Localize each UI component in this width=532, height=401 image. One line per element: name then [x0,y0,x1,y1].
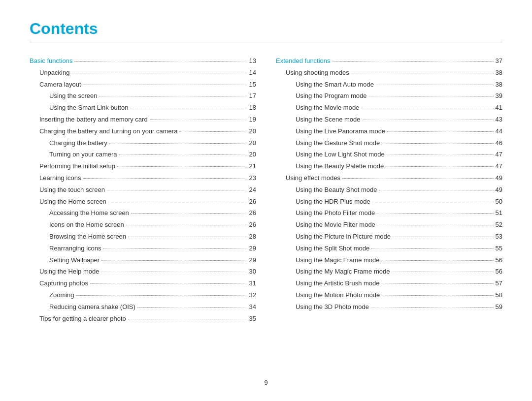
toc-dots [387,154,494,155]
toc-item-label: Using the Scene mode [296,115,361,125]
toc-item-page: 29 [249,244,256,254]
toc-item-page: 51 [496,208,502,218]
toc-section-extended: Extended functions 37 [276,56,502,66]
list-item: Learning icons 23 [30,173,256,184]
toc-item-label: Browsing the Home screen [49,232,126,242]
toc-dots [371,307,494,308]
toc-dots [107,190,247,190]
toc-dots [74,61,247,62]
list-item: Using the touch screen 24 [30,185,256,195]
toc-item-page: 43 [496,115,502,125]
toc-dots [392,272,493,272]
toc-subheading-page: 49 [496,173,502,184]
list-item: Using the Smart Link button 18 [30,103,256,113]
toc-item-page: 56 [496,267,502,277]
toc-dots [382,295,493,296]
toc-dots [90,283,247,284]
toc-dots [376,85,494,85]
list-item: Unpacking 14 [30,68,256,78]
toc-item-page: 35 [249,314,256,324]
list-item: Using the Artistic Brush mode 57 [276,278,502,289]
right-items: Using shooting modes 38 Using the Smart … [276,68,502,312]
toc-item-page: 55 [496,244,502,254]
extended-functions-page: 37 [496,56,502,66]
toc-item-page: 58 [496,290,502,301]
toc-dots [131,213,247,214]
toc-item-page: 30 [249,267,256,277]
right-column: Extended functions 37 Using shooting mod… [276,56,502,325]
toc-item-page: 53 [496,232,502,242]
toc-item-label: Using the Photo Filter mode [296,208,375,218]
toc-item-label: Using the Split Shot mode [296,244,369,254]
toc-item-page: 57 [496,278,502,289]
toc-item-page: 47 [496,150,502,160]
list-item: Using the screen 17 [30,91,256,101]
toc-dots [83,85,247,85]
list-item: Using the 3D Photo mode 59 [276,302,502,312]
toc-dots [377,225,494,225]
list-item: Accessing the Home screen 26 [30,208,256,218]
list-item: Using the Scene mode 43 [276,115,502,125]
toc-item-page: 20 [249,126,256,137]
toc-item-label: Using the Motion Photo mode [296,290,380,301]
toc-item-label: Using the Beauty Palette mode [296,161,384,172]
page-title: Contents [30,20,502,38]
list-item: Using the Beauty Shot mode 49 [276,185,502,195]
list-item: Using the Split Shot mode 55 [276,244,502,254]
toc-item-label: Tips for getting a clearer photo [39,314,126,324]
list-item: Turning on your camera 20 [30,150,256,160]
page: Contents Basic functions 13 Unpacking 14… [0,0,532,401]
toc-item-label: Using the screen [49,91,98,101]
toc-item-page: 19 [249,115,256,125]
list-item: Capturing photos 31 [30,278,256,289]
toc-dots [83,178,247,179]
toc-subheading-label: Using shooting modes [286,68,349,78]
toc-item-page: 50 [496,197,502,207]
toc-item-label: Charging the battery and turning on your… [39,126,177,137]
list-item: Setting Wallpaper 29 [30,255,256,266]
toc-dots [117,166,247,167]
toc-item-label: Using the Help mode [39,267,99,277]
list-item: Using shooting modes 38 [276,68,502,78]
toc-item-page: 28 [249,232,256,242]
toc-item-label: Camera layout [39,80,81,90]
list-item: Using the Magic Frame mode 56 [276,255,502,266]
toc-item-label: Using the Gesture Shot mode [296,138,380,149]
toc-dots [372,202,494,202]
toc-dots [387,131,493,132]
toc-item-label: Using the Picture in Picture mode [296,232,391,242]
toc-dots [128,319,247,319]
toc-item-page: 44 [496,126,502,137]
toc-dots [361,108,493,108]
toc-item-page: 26 [249,220,256,230]
toc-dots [386,166,493,167]
toc-item-page: 15 [249,80,256,90]
toc-dots [382,143,493,144]
toc-item-page: 41 [496,103,502,113]
toc-item-page: 34 [249,302,256,312]
list-item: Using the Movie Filter mode 52 [276,220,502,230]
toc-item-page: 14 [249,68,256,78]
list-item: Using the Help mode 30 [30,267,256,277]
list-item: Using the HDR Plus mode 50 [276,197,502,207]
toc-item-label: Charging the battery [49,138,107,149]
toc-item-label: Using the Low Light Shot mode [296,150,385,160]
toc-dots [119,154,247,155]
toc-item-page: 23 [249,173,256,184]
toc-item-page: 52 [496,220,502,230]
list-item: Using the Picture in Picture mode 53 [276,232,502,242]
toc-dots [393,237,494,237]
list-item: Using the Beauty Palette mode 47 [276,161,502,172]
toc-item-label: Using the Beauty Shot mode [296,185,377,195]
toc-item-label: Using the Program mode [296,91,367,101]
list-item: Icons on the Home screen 26 [30,220,256,230]
list-item: Using the Home screen 26 [30,197,256,207]
toc-dots [379,190,494,190]
list-item: Using the My Magic Frame mode 56 [276,267,502,277]
list-item: Zooming 32 [30,290,256,301]
list-item: Using the Motion Photo mode 58 [276,290,502,301]
toc-item-label: Reducing camera shake (OIS) [49,302,135,312]
list-item: Reducing camera shake (OIS) 34 [30,302,256,312]
toc-item-label: Using the Movie mode [296,103,359,113]
toc-dots [108,202,247,202]
